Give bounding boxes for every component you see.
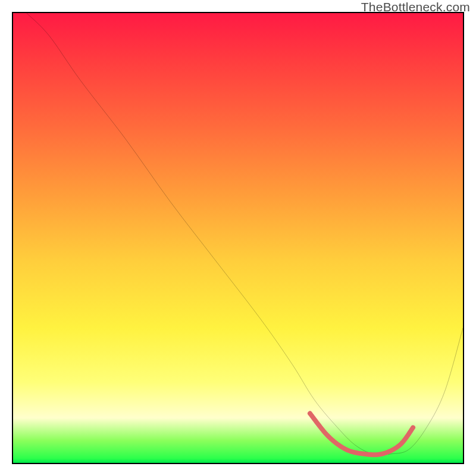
chart-container: TheBottleneck.com [0, 0, 476, 476]
plot-area [12, 12, 464, 464]
optimal-zone-path [310, 414, 414, 455]
bottleneck-curve-path [27, 13, 463, 455]
curve-layer [13, 13, 463, 463]
